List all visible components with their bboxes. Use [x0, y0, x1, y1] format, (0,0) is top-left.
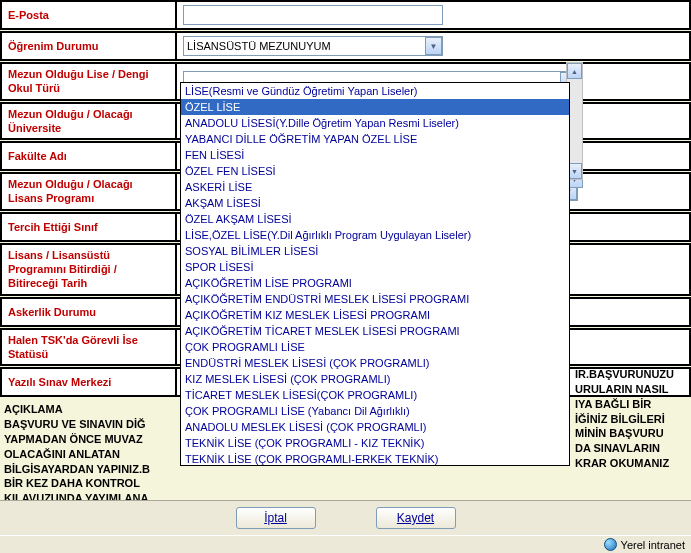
dropdown-option[interactable]: SOSYAL BİLİMLER LİSESİ [181, 243, 569, 259]
dropdown-option[interactable]: SPOR LİSESİ [181, 259, 569, 275]
label-email: E-Posta [2, 2, 177, 28]
label-preferred-class: Tercih Ettiği Sınıf [2, 214, 177, 240]
dropdown-option[interactable]: ASKERİ LİSE [181, 179, 569, 195]
form-row-email: E-Posta [0, 0, 691, 30]
cell-email [177, 2, 689, 28]
dropdown-option[interactable]: ÖZEL FEN LİSESİ [181, 163, 569, 179]
cancel-button[interactable]: İptal [236, 507, 316, 529]
save-button[interactable]: Kaydet [376, 507, 456, 529]
dropdown-option[interactable]: AÇIKÖĞRETİM KIZ MESLEK LİSESİ PROGRAMI [181, 307, 569, 323]
highschool-dropdown-list[interactable]: LİSE(Resmi ve Gündüz Öğretimi Yapan Lise… [180, 82, 570, 466]
dropdown-option[interactable]: ENDÜSTRİ MESLEK LİSESİ (ÇOK PROGRAMLI) [181, 355, 569, 371]
dropdown-option[interactable]: AKŞAM LİSESİ [181, 195, 569, 211]
label-military: Askerlik Durumu [2, 299, 177, 325]
dropdown-option[interactable]: YABANCI DİLLE ÖĞRETİM YAPAN ÖZEL LİSE [181, 131, 569, 147]
form-row-education-status: Öğrenim DurumuLİSANSÜSTÜ MEZUNUYUM▼ [0, 31, 691, 61]
dropdown-option[interactable]: ANADOLU MESLEK LİSESİ (ÇOK PROGRAMLI) [181, 419, 569, 435]
dropdown-option[interactable]: AÇIKÖĞRETİM LİSE PROGRAMI [181, 275, 569, 291]
chevron-down-icon[interactable]: ▼ [425, 37, 442, 55]
label-tsk-status: Halen TSK'da Görevli İse Statüsü [2, 330, 177, 365]
dropdown-option[interactable]: ÖZEL AKŞAM LİSESİ [181, 211, 569, 227]
dropdown-option[interactable]: TEKNİK LİSE (ÇOK PROGRAMLI - KIZ TEKNİK) [181, 435, 569, 451]
status-bar: Yerel intranet [0, 535, 691, 553]
dropdown-option[interactable]: FEN LİSESİ [181, 147, 569, 163]
label-grad-date: Lisans / Lisansüstü Programını Bitirdiği… [2, 245, 177, 294]
scroll-up-icon[interactable]: ▲ [567, 63, 582, 79]
globe-icon [604, 538, 617, 551]
label-highschool-type: Mezun Olduğu Lise / Dengi Okul Türü [2, 64, 177, 99]
dropdown-option[interactable]: TEKNİK LİSE (ÇOK PROGRAMLI-ERKEK TEKNİK) [181, 451, 569, 466]
button-bar: İptal Kaydet [0, 500, 691, 535]
label-faculty: Fakülte Adı [2, 143, 177, 169]
dropdown-option[interactable]: AÇIKÖĞRETİM ENDÜSTRİ MESLEK LİSESİ PROGR… [181, 291, 569, 307]
dropdown-option[interactable]: ANADOLU LİSESİ(Y.Dille Öğretim Yapan Res… [181, 115, 569, 131]
cell-education-status: LİSANSÜSTÜ MEZUNUYUM▼ [177, 33, 689, 59]
label-education-status: Öğrenim Durumu [2, 33, 177, 59]
status-text: Yerel intranet [621, 539, 685, 551]
dropdown-option[interactable]: KIZ MESLEK LİSESİ (ÇOK PROGRAMLI) [181, 371, 569, 387]
dropdown-option[interactable]: TİCARET MESLEK LİSESİ(ÇOK PROGRAMLI) [181, 387, 569, 403]
label-exam-center: Yazılı Sınav Merkezi [2, 369, 177, 395]
explanation-body-right: IR.BAŞVURUNUZUURULARIN NASILIYA BAĞLI Bİ… [575, 367, 691, 471]
education-status-value: LİSANSÜSTÜ MEZUNUYUM [187, 40, 331, 52]
dropdown-option[interactable]: ÇOK PROGRAMLI LİSE (Yabancı Dil Ağırlıkl… [181, 403, 569, 419]
label-program: Mezun Olduğu / Olacağı Lisans Programı [2, 174, 177, 209]
dropdown-option[interactable]: LİSE,ÖZEL LİSE(Y.Dil Ağırlıklı Program U… [181, 227, 569, 243]
education-status-select[interactable]: LİSANSÜSTÜ MEZUNUYUM▼ [183, 36, 443, 56]
dropdown-option[interactable]: AÇIKÖĞRETİM TİCARET MESLEK LİSESİ PROGRA… [181, 323, 569, 339]
dropdown-option[interactable]: ÖZEL LİSE [181, 99, 569, 115]
email-input[interactable] [183, 5, 443, 25]
label-university: Mezun Olduğu / Olacağı Üniversite [2, 104, 177, 139]
dropdown-option[interactable]: LİSE(Resmi ve Gündüz Öğretimi Yapan Lise… [181, 83, 569, 99]
dropdown-option[interactable]: ÇOK PROGRAMLI LİSE [181, 339, 569, 355]
